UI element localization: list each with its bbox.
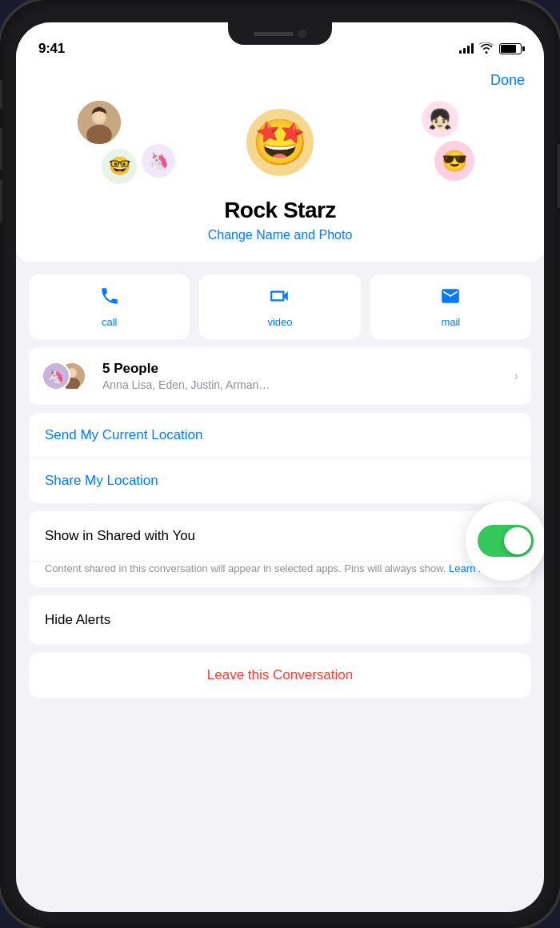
- volume-up-button[interactable]: [0, 128, 2, 170]
- hide-alerts-toggle-thumb: [493, 610, 514, 630]
- notch: [228, 22, 332, 45]
- large-toggle-thumb: [504, 527, 531, 554]
- leave-conversation-card[interactable]: Leave this Conversation: [29, 653, 531, 698]
- call-label: call: [102, 316, 118, 328]
- share-location-button[interactable]: Share My Location: [29, 458, 531, 503]
- mute-button[interactable]: [0, 80, 2, 109]
- shared-with-you-label: Show in Shared with You: [45, 528, 195, 544]
- status-time: 9:41: [38, 41, 65, 57]
- people-count: 5 People: [102, 361, 505, 377]
- done-button[interactable]: Done: [490, 72, 525, 89]
- phone-frame: 9:41: [0, 0, 560, 928]
- avatar-center: 🤩: [244, 106, 316, 178]
- shared-with-you-row: Show in Shared with You: [29, 511, 531, 561]
- hide-alerts-label: Hide Alerts: [45, 612, 110, 628]
- share-location-label: Share My Location: [45, 473, 158, 489]
- camera: [298, 30, 306, 38]
- hide-alerts-toggle-large[interactable]: [466, 501, 544, 581]
- people-names: Anna Lisa, Eden, Justin, Arman…: [102, 378, 505, 391]
- shared-with-you-description: Content shared in this conversation will…: [29, 561, 531, 587]
- send-location-label: Send My Current Location: [45, 427, 203, 443]
- phone-screen: 9:41: [16, 22, 544, 912]
- mail-label: mail: [441, 316, 460, 328]
- people-section[interactable]: 🦄 5 People Anna Lisa, Eden, Justi: [29, 347, 531, 405]
- avatar-bottom-right: 😎: [432, 138, 477, 183]
- change-name-link[interactable]: Change Name and Photo: [35, 228, 525, 242]
- wifi-icon: [479, 42, 494, 56]
- people-avatars-mini: 🦄: [42, 358, 93, 394]
- chevron-right-icon: ›: [514, 369, 518, 383]
- status-icons: [459, 42, 522, 56]
- people-info: 5 People Anna Lisa, Eden, Justin, Arman…: [102, 361, 505, 391]
- done-row: Done: [35, 72, 525, 89]
- video-label: video: [267, 316, 292, 328]
- mail-icon: [440, 286, 461, 311]
- signal-icon: [459, 44, 474, 54]
- shared-with-you-card: Show in Shared with You Content shared i…: [29, 511, 531, 587]
- svg-point-2: [86, 125, 112, 146]
- video-icon: [270, 286, 290, 311]
- call-button[interactable]: call: [29, 274, 190, 339]
- avatar-bottom-left: 🤓: [99, 146, 139, 186]
- content-area[interactable]: Done: [16, 64, 544, 912]
- svg-point-3: [94, 111, 106, 123]
- video-button[interactable]: video: [199, 274, 360, 339]
- large-toggle: [478, 525, 534, 557]
- group-name: Rock Starz: [35, 198, 525, 223]
- battery-icon: [499, 43, 522, 54]
- avatar-top-left: [75, 98, 123, 146]
- call-icon: [99, 286, 120, 311]
- action-buttons: call video mail: [29, 274, 531, 339]
- leave-conversation-button[interactable]: Leave this Conversation: [29, 653, 531, 698]
- send-location-button[interactable]: Send My Current Location: [29, 413, 531, 458]
- avatar-cluster: 🤓 🦄 🤩 👧🏻 😎: [35, 98, 525, 186]
- speaker: [254, 32, 294, 36]
- people-row[interactable]: 🦄 5 People Anna Lisa, Eden, Justi: [29, 347, 531, 405]
- hide-alerts-card: Hide Alerts: [29, 595, 531, 645]
- header-card: Done: [16, 64, 544, 262]
- avatar-top-right: 👧🏻: [419, 98, 461, 140]
- location-card: Send My Current Location Share My Locati…: [29, 413, 531, 503]
- mini-avatar-1: 🦄: [42, 362, 70, 390]
- avatar-middle-left: 🦄: [139, 142, 178, 180]
- mail-button[interactable]: mail: [370, 274, 531, 339]
- volume-down-button[interactable]: [0, 180, 2, 222]
- hide-alerts-row: Hide Alerts: [29, 595, 531, 645]
